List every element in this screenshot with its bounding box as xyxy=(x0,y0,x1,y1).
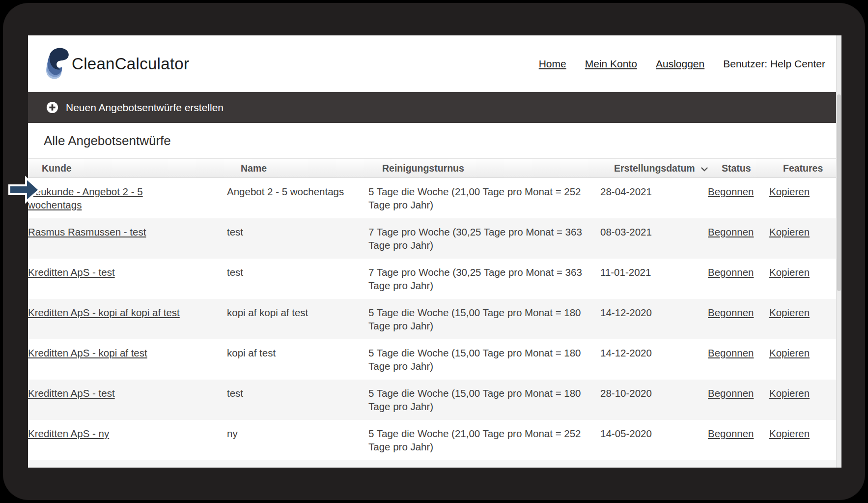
nav-link-mein-konto[interactable]: Mein Konto xyxy=(585,58,637,70)
reinigungsturnus-cell: 5 Tage die Woche (15,00 Tage pro Monat =… xyxy=(368,346,600,373)
kunde-link[interactable]: Rasmus Rasmussen - test xyxy=(28,226,146,237)
status-link[interactable]: Begonnen xyxy=(708,226,754,237)
chevron-down-icon xyxy=(701,163,708,174)
erstellungsdatum-cell: 28-04-2021 xyxy=(600,185,708,211)
status-link[interactable]: Begonnen xyxy=(708,186,754,197)
kopieren-link[interactable]: Kopieren xyxy=(769,226,810,237)
kopieren-link[interactable]: Kopieren xyxy=(769,428,810,439)
plus-circle-icon xyxy=(46,101,58,114)
erstellungsdatum-cell: 08-03-2021 xyxy=(600,225,708,252)
wave-logo-icon xyxy=(43,47,70,81)
page-content: CleanCalculator Home Mein Konto Auslogge… xyxy=(28,35,836,468)
erstellungsdatum-cell: 11-01-2021 xyxy=(600,266,708,292)
kunde-link[interactable]: Kreditten ApS - kopi af kopi af test xyxy=(28,307,180,318)
table-header: Kunde Name Reinigungsturnus Erstellungsd… xyxy=(28,158,836,178)
reinigungsturnus-cell: 5 Tage die Woche (15,00 Tage pro Monat =… xyxy=(368,386,600,413)
erstellungsdatum-cell: 14-05-2020 xyxy=(600,427,708,453)
top-header: CleanCalculator Home Mein Konto Auslogge… xyxy=(28,35,836,92)
name-cell: ny xyxy=(227,427,368,453)
kopieren-link[interactable]: Kopieren xyxy=(769,347,810,358)
column-header-reinigungsturnus: Reinigungsturnus xyxy=(382,163,614,174)
reinigungsturnus-cell: 7 Tage pro Woche (30,25 Tage pro Monat =… xyxy=(368,225,600,252)
reinigungsturnus-cell: 7 Tage pro Woche (30,25 Tage pro Monat =… xyxy=(368,266,600,292)
name-cell: test xyxy=(227,386,368,413)
table-row: Kreditten ApS - test test 5 Tage die Woc… xyxy=(28,380,836,420)
name-cell: test xyxy=(227,225,368,252)
status-link[interactable]: Begonnen xyxy=(708,347,754,358)
table-row: Kreditten ApS - ny ny 5 Tage die Woche (… xyxy=(28,420,836,460)
create-draft-button[interactable]: Neuen Angebotsentwürfe erstellen xyxy=(28,92,836,123)
erstellungsdatum-cell: 28-10-2020 xyxy=(600,386,708,413)
reinigungsturnus-cell: 5 Tage die Woche (15,00 Tage pro Monat =… xyxy=(368,306,600,332)
kopieren-link[interactable]: Kopieren xyxy=(769,186,810,197)
arrow-right-pointer xyxy=(8,176,41,206)
partial-next-row xyxy=(28,460,836,468)
column-header-erstellungsdatum[interactable]: Erstellungsdatum xyxy=(614,163,722,174)
main-nav: Home Mein Konto Ausloggen Benutzer: Help… xyxy=(539,58,825,70)
status-link[interactable]: Begonnen xyxy=(708,307,754,318)
kunde-link[interactable]: Kreditten ApS - kopi af test xyxy=(28,347,147,358)
table-row: Kreditten ApS - kopi af kopi af test kop… xyxy=(28,299,836,339)
erstellungsdatum-cell: 14-12-2020 xyxy=(600,346,708,373)
table-row: Neukunde - Angebot 2 - 5 wochentags Ange… xyxy=(28,178,836,218)
create-draft-label: Neuen Angebotsentwürfe erstellen xyxy=(66,102,224,114)
brand-name: CleanCalculator xyxy=(72,55,189,73)
status-link[interactable]: Begonnen xyxy=(708,428,754,439)
erstellungsdatum-cell: 14-12-2020 xyxy=(600,306,708,332)
page-title: Alle Angebotsentwürfe xyxy=(28,123,836,158)
table-row: Rasmus Rasmussen - test test 7 Tage pro … xyxy=(28,218,836,259)
scrollbar-thumb[interactable] xyxy=(837,94,841,291)
kunde-link[interactable]: Kreditten ApS - test xyxy=(28,266,115,278)
kunde-link[interactable]: Kreditten ApS - test xyxy=(28,387,115,399)
column-header-name: Name xyxy=(241,163,382,174)
brand-logo[interactable]: CleanCalculator xyxy=(43,47,189,81)
status-link[interactable]: Begonnen xyxy=(708,387,754,399)
name-cell: kopi af test xyxy=(227,346,368,373)
column-header-features: Features xyxy=(783,163,836,174)
table-row: Kreditten ApS - kopi af test kopi af tes… xyxy=(28,339,836,380)
kunde-link[interactable]: Neukunde - Angebot 2 - 5 wochentags xyxy=(28,186,143,210)
scrollbar-track[interactable] xyxy=(836,35,841,468)
nav-link-ausloggen[interactable]: Ausloggen xyxy=(656,58,704,70)
nav-link-home[interactable]: Home xyxy=(539,58,566,70)
table-body: Neukunde - Angebot 2 - 5 wochentags Ange… xyxy=(28,178,836,460)
name-cell: Angebot 2 - 5 wochentags xyxy=(227,185,368,211)
name-cell: kopi af kopi af test xyxy=(227,306,368,332)
kunde-link[interactable]: Kreditten ApS - ny xyxy=(28,428,109,439)
column-header-status: Status xyxy=(722,163,783,174)
kopieren-link[interactable]: Kopieren xyxy=(769,307,810,318)
user-label: Benutzer: Help Center xyxy=(723,58,825,70)
reinigungsturnus-cell: 5 Tage die Woche (21,00 Tage pro Monat =… xyxy=(368,185,600,211)
status-link[interactable]: Begonnen xyxy=(708,266,754,278)
reinigungsturnus-cell: 5 Tage die Woche (21,00 Tage pro Monat =… xyxy=(368,427,600,453)
column-header-kunde: Kunde xyxy=(42,163,241,174)
browser-page: CleanCalculator Home Mein Konto Auslogge… xyxy=(28,35,841,468)
table-row: Kreditten ApS - test test 7 Tage pro Woc… xyxy=(28,259,836,299)
name-cell: test xyxy=(227,266,368,292)
kopieren-link[interactable]: Kopieren xyxy=(769,266,810,278)
kopieren-link[interactable]: Kopieren xyxy=(769,387,810,399)
